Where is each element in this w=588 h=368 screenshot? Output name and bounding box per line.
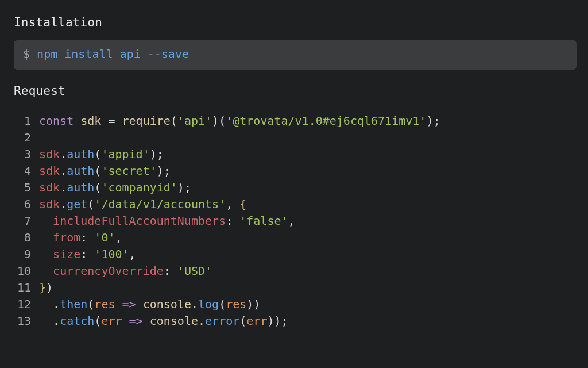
- code-line: includeFullAccountNumbers: 'false',: [39, 213, 440, 229]
- code-token: [143, 314, 150, 328]
- line-number: 4: [14, 163, 31, 179]
- code-token: [39, 231, 53, 244]
- code-token: console: [150, 314, 198, 328]
- code-token: )): [246, 297, 260, 311]
- code-token: .: [39, 314, 60, 328]
- code-token: );: [426, 114, 440, 128]
- code-token: '@trovata/v1.0#ej6cql671imv1': [226, 114, 426, 128]
- code-token: error: [205, 314, 239, 328]
- code-token: sdk: [39, 164, 60, 178]
- code-token: (: [94, 181, 101, 194]
- code-token: [233, 214, 239, 228]
- code-token: .: [198, 314, 205, 328]
- code-token: .: [191, 297, 198, 311]
- code-token: const: [39, 114, 80, 128]
- code-token: (: [87, 297, 94, 311]
- code-token: :: [164, 264, 171, 278]
- code-token: (: [94, 164, 101, 178]
- line-number: 3: [14, 146, 31, 163]
- line-number-gutter: 12345678910111213: [14, 113, 39, 329]
- code-token: .: [39, 297, 60, 311]
- code-token: '0': [94, 231, 115, 244]
- line-number: 2: [14, 129, 31, 146]
- code-token: .: [60, 181, 67, 194]
- code-line: size: '100',: [39, 246, 440, 263]
- code-token: )(: [212, 114, 226, 128]
- code-token: auth: [67, 164, 94, 178]
- shell-prompt: $: [23, 47, 30, 61]
- code-token: ,: [115, 231, 122, 244]
- code-token: ,: [129, 247, 136, 261]
- code-token: ));: [267, 314, 288, 328]
- code-token: :: [80, 247, 87, 261]
- code-token: :: [226, 214, 233, 228]
- code-token: [136, 297, 143, 311]
- code-content: const sdk = require('api')('@trovata/v1.…: [39, 113, 440, 329]
- code-token: [39, 264, 53, 278]
- code-token: [115, 114, 122, 128]
- code-line: .catch(err => console.error(err));: [39, 313, 440, 329]
- code-token: 'companyid': [101, 181, 177, 194]
- code-token: =>: [129, 314, 143, 328]
- line-number: 9: [14, 246, 31, 263]
- code-token: 'false': [239, 214, 288, 228]
- code-token: [39, 214, 53, 228]
- code-token: '/data/v1/accounts': [94, 197, 226, 211]
- code-token: res: [94, 297, 115, 311]
- code-token: then: [60, 297, 87, 311]
- code-token: err: [101, 314, 122, 328]
- code-token: ,: [226, 197, 239, 211]
- code-token: auth: [67, 181, 94, 194]
- code-line: sdk.get('/data/v1/accounts', {: [39, 196, 440, 213]
- line-number: 10: [14, 263, 31, 279]
- code-token: 'USD': [177, 264, 212, 278]
- code-token: size: [53, 247, 80, 261]
- code-token: :: [80, 231, 87, 244]
- code-token: [122, 314, 129, 328]
- code-line: sdk.auth('companyid');: [39, 179, 440, 196]
- code-token: [115, 297, 122, 311]
- line-number: 5: [14, 179, 31, 196]
- code-token: sdk: [80, 114, 101, 128]
- code-token: [171, 264, 177, 278]
- line-number: 11: [14, 279, 31, 296]
- code-token: get: [67, 197, 87, 211]
- code-token: 'api': [177, 114, 212, 128]
- code-token: sdk: [39, 197, 60, 211]
- line-number: 8: [14, 229, 31, 246]
- code-token: );: [157, 164, 171, 178]
- code-token: [87, 247, 94, 261]
- code-token: currencyOverride: [53, 264, 164, 278]
- request-heading: Request: [14, 82, 577, 99]
- install-command: npm install api --save: [37, 47, 189, 61]
- code-line: currencyOverride: 'USD': [39, 263, 440, 279]
- code-token: require: [122, 114, 171, 128]
- code-token: from: [53, 231, 80, 244]
- install-command-block[interactable]: $ npm install api --save: [14, 40, 577, 70]
- code-line: .then(res => console.log(res)): [39, 296, 440, 313]
- line-number: 12: [14, 296, 31, 313]
- code-token: (: [94, 314, 101, 328]
- code-token: err: [246, 314, 267, 328]
- code-line: sdk.auth('appid');: [39, 146, 440, 163]
- code-token: '100': [94, 247, 129, 261]
- code-token: [87, 231, 94, 244]
- code-line: [39, 129, 440, 146]
- code-token: (: [87, 197, 94, 211]
- code-token: 'secret': [101, 164, 156, 178]
- code-token: sdk: [39, 181, 60, 194]
- code-token: (: [219, 297, 226, 311]
- code-token: res: [226, 297, 246, 311]
- code-token: includeFullAccountNumbers: [53, 214, 226, 228]
- code-token: (: [171, 114, 177, 128]
- code-token: 'appid': [101, 147, 149, 161]
- code-line: const sdk = require('api')('@trovata/v1.…: [39, 113, 440, 129]
- code-token: ,: [288, 214, 295, 228]
- code-line: }): [39, 279, 440, 296]
- code-token: ): [46, 281, 53, 294]
- code-token: );: [150, 147, 164, 161]
- code-token: [39, 247, 53, 261]
- code-token: .: [60, 197, 67, 211]
- request-code-block[interactable]: 12345678910111213 const sdk = require('a…: [14, 109, 577, 329]
- code-token: =: [108, 114, 115, 128]
